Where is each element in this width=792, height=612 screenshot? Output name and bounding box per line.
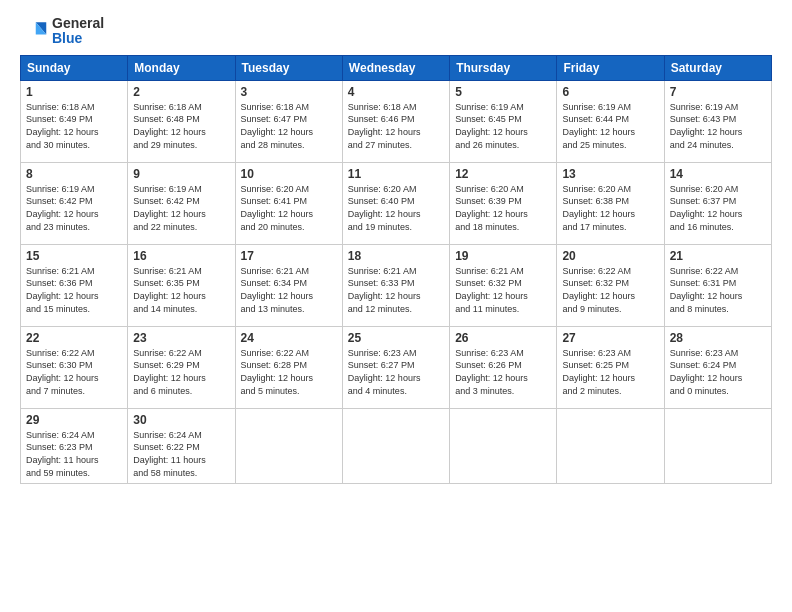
day-number: 15 <box>26 249 122 263</box>
day-number: 5 <box>455 85 551 99</box>
day-number: 29 <box>26 413 122 427</box>
day-info: Sunrise: 6:19 AMSunset: 6:43 PMDaylight:… <box>670 101 766 151</box>
calendar-day-cell: 16 Sunrise: 6:21 AMSunset: 6:35 PMDaylig… <box>128 244 235 326</box>
calendar-day-cell <box>342 408 449 483</box>
calendar-day-cell: 21 Sunrise: 6:22 AMSunset: 6:31 PMDaylig… <box>664 244 771 326</box>
day-number: 20 <box>562 249 658 263</box>
calendar-week-row: 15 Sunrise: 6:21 AMSunset: 6:36 PMDaylig… <box>21 244 772 326</box>
calendar-day-cell: 12 Sunrise: 6:20 AMSunset: 6:39 PMDaylig… <box>450 162 557 244</box>
calendar-day-cell <box>450 408 557 483</box>
day-info: Sunrise: 6:18 AMSunset: 6:47 PMDaylight:… <box>241 101 337 151</box>
logo-text: General Blue <box>52 16 104 47</box>
day-info: Sunrise: 6:19 AMSunset: 6:42 PMDaylight:… <box>133 183 229 233</box>
calendar-day-cell: 1 Sunrise: 6:18 AMSunset: 6:49 PMDayligh… <box>21 80 128 162</box>
day-info: Sunrise: 6:20 AMSunset: 6:38 PMDaylight:… <box>562 183 658 233</box>
calendar-day-cell: 2 Sunrise: 6:18 AMSunset: 6:48 PMDayligh… <box>128 80 235 162</box>
day-number: 19 <box>455 249 551 263</box>
day-info: Sunrise: 6:22 AMSunset: 6:28 PMDaylight:… <box>241 347 337 397</box>
calendar-day-cell: 19 Sunrise: 6:21 AMSunset: 6:32 PMDaylig… <box>450 244 557 326</box>
day-number: 11 <box>348 167 444 181</box>
day-info: Sunrise: 6:22 AMSunset: 6:30 PMDaylight:… <box>26 347 122 397</box>
day-info: Sunrise: 6:23 AMSunset: 6:24 PMDaylight:… <box>670 347 766 397</box>
calendar-day-cell: 4 Sunrise: 6:18 AMSunset: 6:46 PMDayligh… <box>342 80 449 162</box>
calendar-day-cell: 20 Sunrise: 6:22 AMSunset: 6:32 PMDaylig… <box>557 244 664 326</box>
day-info: Sunrise: 6:19 AMSunset: 6:42 PMDaylight:… <box>26 183 122 233</box>
day-info: Sunrise: 6:19 AMSunset: 6:44 PMDaylight:… <box>562 101 658 151</box>
day-info: Sunrise: 6:22 AMSunset: 6:29 PMDaylight:… <box>133 347 229 397</box>
day-number: 21 <box>670 249 766 263</box>
calendar-day-cell: 8 Sunrise: 6:19 AMSunset: 6:42 PMDayligh… <box>21 162 128 244</box>
calendar-day-cell <box>557 408 664 483</box>
calendar-day-cell <box>664 408 771 483</box>
calendar-day-cell: 15 Sunrise: 6:21 AMSunset: 6:36 PMDaylig… <box>21 244 128 326</box>
calendar-week-row: 1 Sunrise: 6:18 AMSunset: 6:49 PMDayligh… <box>21 80 772 162</box>
day-number: 26 <box>455 331 551 345</box>
day-info: Sunrise: 6:18 AMSunset: 6:48 PMDaylight:… <box>133 101 229 151</box>
calendar-week-row: 29 Sunrise: 6:24 AMSunset: 6:23 PMDaylig… <box>21 408 772 483</box>
calendar-day-cell: 17 Sunrise: 6:21 AMSunset: 6:34 PMDaylig… <box>235 244 342 326</box>
day-info: Sunrise: 6:18 AMSunset: 6:49 PMDaylight:… <box>26 101 122 151</box>
calendar-day-cell: 23 Sunrise: 6:22 AMSunset: 6:29 PMDaylig… <box>128 326 235 408</box>
day-number: 1 <box>26 85 122 99</box>
calendar-day-cell: 27 Sunrise: 6:23 AMSunset: 6:25 PMDaylig… <box>557 326 664 408</box>
day-number: 14 <box>670 167 766 181</box>
calendar-day-cell: 28 Sunrise: 6:23 AMSunset: 6:24 PMDaylig… <box>664 326 771 408</box>
calendar-day-cell: 9 Sunrise: 6:19 AMSunset: 6:42 PMDayligh… <box>128 162 235 244</box>
weekday-header-cell: Thursday <box>450 55 557 80</box>
calendar-day-cell <box>235 408 342 483</box>
day-number: 12 <box>455 167 551 181</box>
calendar-week-row: 22 Sunrise: 6:22 AMSunset: 6:30 PMDaylig… <box>21 326 772 408</box>
day-info: Sunrise: 6:22 AMSunset: 6:31 PMDaylight:… <box>670 265 766 315</box>
day-info: Sunrise: 6:20 AMSunset: 6:40 PMDaylight:… <box>348 183 444 233</box>
calendar-day-cell: 24 Sunrise: 6:22 AMSunset: 6:28 PMDaylig… <box>235 326 342 408</box>
day-info: Sunrise: 6:20 AMSunset: 6:39 PMDaylight:… <box>455 183 551 233</box>
day-number: 24 <box>241 331 337 345</box>
day-number: 8 <box>26 167 122 181</box>
day-number: 25 <box>348 331 444 345</box>
calendar-day-cell: 6 Sunrise: 6:19 AMSunset: 6:44 PMDayligh… <box>557 80 664 162</box>
weekday-header-cell: Wednesday <box>342 55 449 80</box>
calendar: SundayMondayTuesdayWednesdayThursdayFrid… <box>20 55 772 484</box>
day-number: 30 <box>133 413 229 427</box>
calendar-day-cell: 22 Sunrise: 6:22 AMSunset: 6:30 PMDaylig… <box>21 326 128 408</box>
day-info: Sunrise: 6:23 AMSunset: 6:25 PMDaylight:… <box>562 347 658 397</box>
day-info: Sunrise: 6:23 AMSunset: 6:27 PMDaylight:… <box>348 347 444 397</box>
day-info: Sunrise: 6:23 AMSunset: 6:26 PMDaylight:… <box>455 347 551 397</box>
weekday-header-cell: Sunday <box>21 55 128 80</box>
day-info: Sunrise: 6:19 AMSunset: 6:45 PMDaylight:… <box>455 101 551 151</box>
day-number: 22 <box>26 331 122 345</box>
calendar-day-cell: 3 Sunrise: 6:18 AMSunset: 6:47 PMDayligh… <box>235 80 342 162</box>
day-number: 2 <box>133 85 229 99</box>
day-number: 4 <box>348 85 444 99</box>
calendar-day-cell: 29 Sunrise: 6:24 AMSunset: 6:23 PMDaylig… <box>21 408 128 483</box>
day-info: Sunrise: 6:21 AMSunset: 6:33 PMDaylight:… <box>348 265 444 315</box>
header: General Blue <box>20 16 772 47</box>
day-number: 10 <box>241 167 337 181</box>
logo-blue: Blue <box>52 30 82 46</box>
logo: General Blue <box>20 16 104 47</box>
calendar-day-cell: 13 Sunrise: 6:20 AMSunset: 6:38 PMDaylig… <box>557 162 664 244</box>
day-number: 13 <box>562 167 658 181</box>
page: General Blue SundayMondayTuesdayWednesda… <box>0 0 792 612</box>
calendar-day-cell: 30 Sunrise: 6:24 AMSunset: 6:22 PMDaylig… <box>128 408 235 483</box>
calendar-day-cell: 14 Sunrise: 6:20 AMSunset: 6:37 PMDaylig… <box>664 162 771 244</box>
day-number: 17 <box>241 249 337 263</box>
calendar-day-cell: 7 Sunrise: 6:19 AMSunset: 6:43 PMDayligh… <box>664 80 771 162</box>
day-number: 6 <box>562 85 658 99</box>
day-info: Sunrise: 6:21 AMSunset: 6:36 PMDaylight:… <box>26 265 122 315</box>
day-info: Sunrise: 6:18 AMSunset: 6:46 PMDaylight:… <box>348 101 444 151</box>
day-number: 27 <box>562 331 658 345</box>
day-info: Sunrise: 6:20 AMSunset: 6:37 PMDaylight:… <box>670 183 766 233</box>
calendar-day-cell: 25 Sunrise: 6:23 AMSunset: 6:27 PMDaylig… <box>342 326 449 408</box>
logo-general: General <box>52 15 104 31</box>
day-number: 28 <box>670 331 766 345</box>
weekday-header-cell: Saturday <box>664 55 771 80</box>
weekday-header-cell: Tuesday <box>235 55 342 80</box>
day-number: 23 <box>133 331 229 345</box>
day-info: Sunrise: 6:21 AMSunset: 6:34 PMDaylight:… <box>241 265 337 315</box>
day-info: Sunrise: 6:22 AMSunset: 6:32 PMDaylight:… <box>562 265 658 315</box>
weekday-header: SundayMondayTuesdayWednesdayThursdayFrid… <box>21 55 772 80</box>
day-info: Sunrise: 6:21 AMSunset: 6:32 PMDaylight:… <box>455 265 551 315</box>
calendar-day-cell: 11 Sunrise: 6:20 AMSunset: 6:40 PMDaylig… <box>342 162 449 244</box>
day-number: 3 <box>241 85 337 99</box>
